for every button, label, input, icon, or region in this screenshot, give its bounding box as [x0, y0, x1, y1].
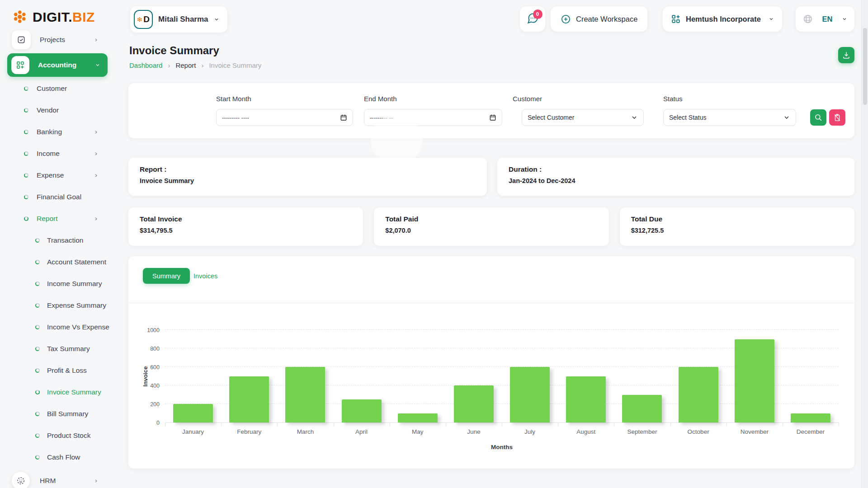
avatar-hexagon-icon: [137, 17, 143, 23]
duration-info-card: Duration : Jan-2024 to Dec-2024: [497, 158, 854, 196]
user-workspace-selector[interactable]: D Mitali Sharma: [130, 6, 227, 33]
accounting-submenu: CustomerVendorBankingIncomeExpenseFinanc…: [0, 78, 116, 230]
bar-september: [622, 395, 662, 423]
bullet-ring-icon: [35, 282, 40, 286]
bullet-ring-icon: [35, 238, 40, 243]
breadcrumb-item-invoice-summary: Invoice Summary: [209, 61, 261, 69]
sidebar-item-report[interactable]: Report: [0, 208, 116, 230]
bar-february: [229, 376, 269, 423]
bar-slot-may: [390, 330, 446, 422]
chat-button[interactable]: 0: [520, 6, 545, 32]
chevron-down-icon: [214, 17, 219, 22]
sidebar-item-label: Banking: [37, 128, 62, 136]
start-month-input[interactable]: --------- ----: [216, 109, 353, 126]
bar-june: [454, 385, 494, 422]
app-root: DIGIT.BIZ D Mitali Sharma 0 Create Works…: [0, 0, 868, 488]
tabs-divider: [128, 303, 854, 303]
sidebar-item-financial-goal[interactable]: Financial Goal: [0, 186, 116, 208]
x-axis-title: Months: [165, 444, 839, 450]
sidebar-item-account-statement[interactable]: Account Statement: [0, 251, 116, 273]
sidebar-item-tax-summary[interactable]: Tax Summary: [0, 338, 116, 360]
sidebar-item-label: Tax Summary: [47, 345, 90, 353]
sidebar-item-income[interactable]: Income: [0, 143, 116, 164]
user-avatar: D: [134, 10, 153, 29]
chevron-right-icon: [94, 216, 99, 221]
bullet-ring-icon: [35, 347, 40, 351]
search-button[interactable]: [810, 109, 826, 126]
bar-slot-january: [165, 330, 221, 422]
sidebar-item-banking[interactable]: Banking: [0, 121, 116, 143]
bullet-ring-icon: [35, 260, 40, 264]
x-axis-tick: [165, 422, 165, 426]
sidebar-item-bill-summary[interactable]: Bill Summary: [0, 403, 116, 425]
download-button[interactable]: [838, 47, 854, 63]
sidebar-item-transaction[interactable]: Transaction: [0, 230, 116, 251]
company-selector[interactable]: Hemtush Incorporate: [663, 6, 782, 32]
end-month-label: End Month: [364, 95, 397, 103]
reset-filters-button[interactable]: [829, 109, 845, 126]
sidebar-item-label: Expense Summary: [47, 301, 106, 310]
total-value: $2,070.0: [385, 227, 410, 234]
clear-clipboard-icon: [833, 113, 841, 122]
sidebar-item-projects[interactable]: Projects: [0, 29, 116, 51]
bar-slot-november: [726, 330, 783, 422]
globe-icon: [803, 14, 813, 24]
download-icon: [842, 51, 850, 59]
tab-summary[interactable]: Summary: [143, 268, 190, 284]
sidebar-item-cash-flow[interactable]: Cash Flow: [0, 446, 116, 468]
bullet-ring-icon: [24, 195, 28, 199]
tab-invoices[interactable]: Invoices: [192, 268, 219, 284]
gridline-1000: [165, 329, 839, 330]
sidebar-item-income-summary[interactable]: Income Summary: [0, 273, 116, 295]
sidebar-item-expense-summary[interactable]: Expense Summary: [0, 295, 116, 316]
page-scrollbar-thumb[interactable]: [863, 28, 867, 105]
create-workspace-button[interactable]: Create Workspace: [551, 6, 647, 32]
sidebar-item-label: Product Stock: [47, 432, 91, 440]
brand-logo[interactable]: DIGIT.BIZ: [13, 9, 95, 25]
sidebar-item-invoice-summary[interactable]: Invoice Summary: [0, 381, 116, 403]
bar-march: [285, 367, 325, 422]
sidebar-item-income-vs-expense[interactable]: Income Vs Expense: [0, 316, 116, 338]
calendar-icon: [340, 114, 347, 121]
total-value: $314,795.5: [140, 227, 173, 234]
bar-april: [342, 399, 382, 422]
sidebar-item-label: Invoice Summary: [47, 388, 101, 396]
sidebar-item-accounting[interactable]: Accounting: [7, 53, 108, 77]
language-selector[interactable]: EN: [796, 6, 854, 32]
report-info-card: Report : Invoice Summary: [128, 158, 487, 196]
sidebar-item-customer[interactable]: Customer: [0, 78, 116, 99]
x-axis-tick: [726, 422, 727, 426]
sidebar-item-label: Cash Flow: [47, 453, 80, 461]
bar-october: [679, 367, 718, 422]
total-label: Total Invoice: [140, 215, 182, 223]
breadcrumb-item-dashboard[interactable]: Dashboard: [129, 61, 162, 69]
duration-label: Duration :: [509, 165, 542, 174]
filter-card: Start Month --------- ---- End Month ---…: [128, 83, 854, 138]
x-label-march: March: [277, 428, 333, 435]
sidebar-item-label: Account Statement: [47, 258, 106, 266]
sidebar-item-product-stock[interactable]: Product Stock: [0, 425, 116, 446]
x-label-december: December: [783, 428, 839, 435]
bar-slot-june: [446, 330, 502, 422]
sidebar-item-hrm[interactable]: HRM: [0, 470, 116, 488]
end-month-input[interactable]: --------- --: [364, 109, 502, 126]
bullet-ring-icon: [24, 151, 28, 156]
sidebar-item-profit-loss[interactable]: Profit & Loss: [0, 360, 116, 381]
breadcrumb-item-report[interactable]: Report: [175, 61, 196, 69]
x-axis-tick: [446, 422, 446, 426]
hrm-icon: [12, 472, 30, 488]
status-select[interactable]: Select Status: [663, 109, 796, 126]
x-label-november: November: [726, 428, 783, 435]
sidebar-item-expense[interactable]: Expense: [0, 164, 116, 186]
bar-slot-july: [502, 330, 558, 422]
page-scrollbar-track[interactable]: [861, 0, 868, 488]
breadcrumb: Dashboard›Report›Invoice Summary: [129, 61, 261, 69]
customer-select[interactable]: Select Customer: [522, 109, 644, 126]
chevron-right-icon: [94, 173, 99, 178]
chart-card: SummaryInvoices 02004006008001000Invoice…: [128, 256, 854, 469]
sidebar-item-vendor[interactable]: Vendor: [0, 99, 116, 121]
search-icon: [814, 113, 822, 122]
bar-slot-march: [277, 330, 333, 422]
bar-slot-september: [614, 330, 670, 422]
user-name: Mitali Sharma: [158, 15, 208, 24]
